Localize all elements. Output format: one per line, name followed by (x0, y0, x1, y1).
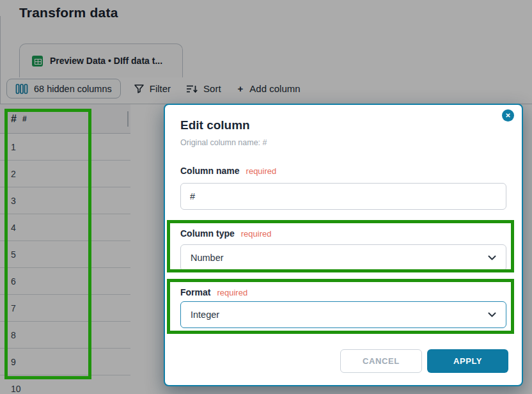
original-column-name-text: Original column name: # (180, 138, 267, 147)
cancel-button[interactable]: CANCEL (340, 349, 422, 373)
annotation-box-column-type (167, 220, 514, 272)
apply-button[interactable]: APPLY (427, 349, 508, 373)
modal-title: Edit column (180, 118, 250, 132)
column-name-input[interactable] (180, 183, 506, 210)
annotation-box-table-column (4, 109, 91, 379)
annotation-box-format (167, 279, 514, 334)
column-name-label: Column name (180, 166, 240, 176)
column-name-required-tag: required (246, 166, 277, 176)
close-icon[interactable]: ✕ (502, 109, 514, 122)
column-name-label-row: Column name required (180, 166, 276, 176)
screen: Transform data Preview Data • DIff data … (0, 0, 532, 394)
